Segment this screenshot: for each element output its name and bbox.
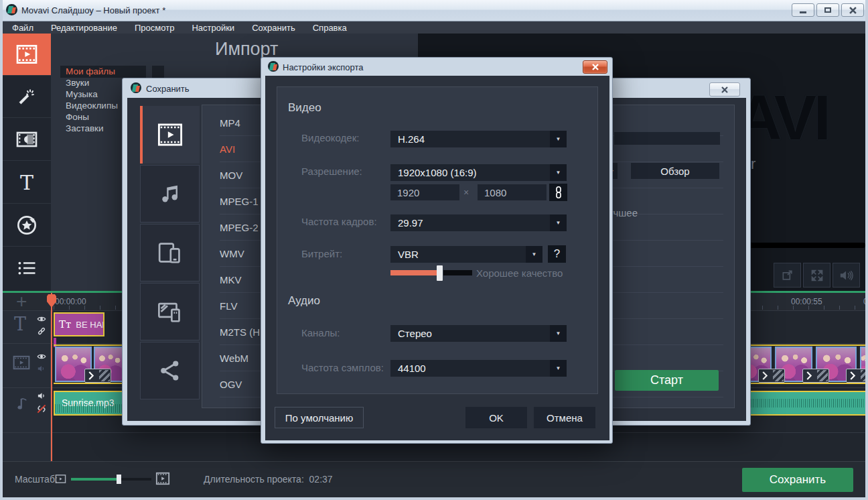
sticker-star-icon <box>16 214 38 236</box>
import-item-sounds[interactable]: Звуки <box>66 78 89 88</box>
fullscreen-icon <box>810 269 824 282</box>
close-button[interactable] <box>841 3 864 17</box>
add-track-button[interactable]: + <box>16 291 27 312</box>
sidebar-item-titles[interactable]: T <box>3 162 51 204</box>
audio-clip-sunrise[interactable]: Sunrise.mp3 <box>54 391 125 416</box>
film-play-icon <box>157 122 183 147</box>
zoom-out-film-icon[interactable] <box>55 473 66 487</box>
title-track-visibility-toggle[interactable] <box>37 314 46 326</box>
transition-icon <box>16 129 38 150</box>
titles-icon: T <box>20 171 33 194</box>
menu-edit[interactable]: Редактирование <box>51 23 117 33</box>
volume-button[interactable] <box>833 263 860 288</box>
export-dialog-close-button[interactable] <box>583 60 607 74</box>
import-item-my-files[interactable]: Мои файлы <box>66 66 115 76</box>
title-track-link-toggle[interactable] <box>37 326 46 338</box>
fullscreen-button[interactable] <box>803 263 830 288</box>
title-clip-badge: Tт <box>59 318 71 330</box>
transition-marker[interactable] <box>846 369 868 383</box>
menu-settings[interactable]: Настройки <box>192 23 234 33</box>
movavi-logo-icon <box>6 4 17 15</box>
list-icon <box>17 258 37 278</box>
sidebar-item-wizard[interactable] <box>3 76 51 118</box>
import-item-backgrounds[interactable]: Фоны <box>66 112 89 122</box>
samplerate-label: Частота сэмплов: <box>301 362 384 373</box>
audio-track-unlink-button[interactable] <box>35 403 48 418</box>
ok-button[interactable]: OK <box>465 407 527 428</box>
zoom-label: Масштаб: <box>15 474 58 485</box>
movavi-logo-icon <box>268 61 279 72</box>
save-button[interactable]: Сохранить <box>742 468 853 492</box>
tab-share[interactable] <box>140 342 200 399</box>
video-track-icon <box>13 354 30 374</box>
audio-clip-waveform[interactable] <box>733 391 868 416</box>
export-dialog-body: Видео Видеокодек: H.264 ▼ Разрешение: 19… <box>265 76 609 440</box>
tv-devices-icon <box>157 299 183 324</box>
transition-marker[interactable] <box>802 369 829 383</box>
filename-input[interactable] <box>614 132 720 145</box>
audio-section-header: Аудио <box>288 294 320 308</box>
lock-aspect-button[interactable] <box>549 184 567 201</box>
audio-track-icon <box>15 393 32 416</box>
menu-view[interactable]: Просмотр <box>135 23 174 33</box>
maximize-button[interactable] <box>816 3 839 17</box>
import-item-videoclips[interactable]: Видеоклипы <box>66 101 118 111</box>
sidebar-item-stickers[interactable] <box>3 204 51 247</box>
framerate-label: Частота кадров: <box>301 216 377 227</box>
channels-dropdown[interactable]: Стерео ▼ <box>390 325 567 342</box>
menu-help[interactable]: Справка <box>313 23 347 33</box>
zoom-in-film-icon[interactable] <box>155 471 170 489</box>
sidebar: T <box>3 34 51 293</box>
video-codec-dropdown[interactable]: H.264 ▼ <box>390 131 567 147</box>
menu-file[interactable]: Файл <box>12 23 33 33</box>
collapse-handle[interactable] <box>152 66 164 78</box>
sidebar-item-slides[interactable] <box>3 247 51 289</box>
quality-slider-handle[interactable] <box>437 265 443 281</box>
bitrate-dropdown[interactable]: VBR ▼ <box>390 246 542 263</box>
save-dialog-close-button[interactable] <box>709 82 740 97</box>
title-track-icon: T <box>14 314 26 334</box>
start-button[interactable]: Старт <box>615 370 719 391</box>
menu-save[interactable]: Сохранить <box>252 23 295 33</box>
tab-video-formats[interactable] <box>140 106 200 164</box>
project-duration-value: 02:37 <box>309 474 333 485</box>
dropdown-arrow-icon: ▼ <box>550 360 567 377</box>
export-frame-button[interactable] <box>774 263 801 288</box>
save-dialog-title: Сохранить <box>146 84 190 94</box>
bitrate-help-button[interactable]: ? <box>548 245 566 263</box>
import-item-intros[interactable]: Заставки <box>66 123 104 133</box>
music-note-icon <box>158 182 182 206</box>
tab-tv-devices[interactable] <box>140 283 200 340</box>
quality-slider-track[interactable] <box>390 270 439 275</box>
sidebar-item-media[interactable] <box>3 34 51 76</box>
browse-button[interactable]: Обзор <box>631 163 719 179</box>
samplerate-dropdown[interactable]: 44100 ▼ <box>390 360 567 377</box>
transition-marker[interactable] <box>84 369 111 383</box>
quality-hint: Хорошее качество <box>476 267 563 279</box>
defaults-button[interactable]: По умолчанию <box>275 407 364 428</box>
import-item-music[interactable]: Музыка <box>66 89 98 99</box>
zoom-slider-handle[interactable] <box>117 475 121 484</box>
sidebar-item-transitions[interactable] <box>3 119 51 161</box>
ruler-label-55: 00:00:55 <box>791 297 822 306</box>
title-clip[interactable]: Tт BE HAP <box>54 312 104 336</box>
video-track-visibility-toggle[interactable] <box>37 352 46 364</box>
video-track-mute-toggle[interactable] <box>37 364 46 376</box>
minimize-button[interactable] <box>792 3 814 17</box>
video-codec-label: Видеокодек: <box>301 132 359 143</box>
cancel-button[interactable]: Отмена <box>534 407 595 428</box>
width-input[interactable] <box>390 184 459 200</box>
tab-audio-formats[interactable] <box>140 165 200 223</box>
transition-marker[interactable] <box>758 369 785 383</box>
bitrate-label: Битрейт: <box>301 248 342 259</box>
project-duration-label: Длительность проекта: 02:37 <box>204 474 333 485</box>
magic-wand-icon <box>17 86 37 107</box>
tab-mobile-devices[interactable] <box>140 224 200 282</box>
audio-track-mute-toggle[interactable] <box>37 391 47 403</box>
framerate-dropdown[interactable]: 29.97 ▼ <box>390 214 567 231</box>
resolution-dropdown[interactable]: 1920x1080 (16:9) ▼ <box>390 164 567 181</box>
playhead[interactable] <box>51 293 52 461</box>
chevron-right-icon <box>88 371 94 380</box>
close-icon <box>592 64 599 70</box>
height-input[interactable] <box>478 184 547 200</box>
